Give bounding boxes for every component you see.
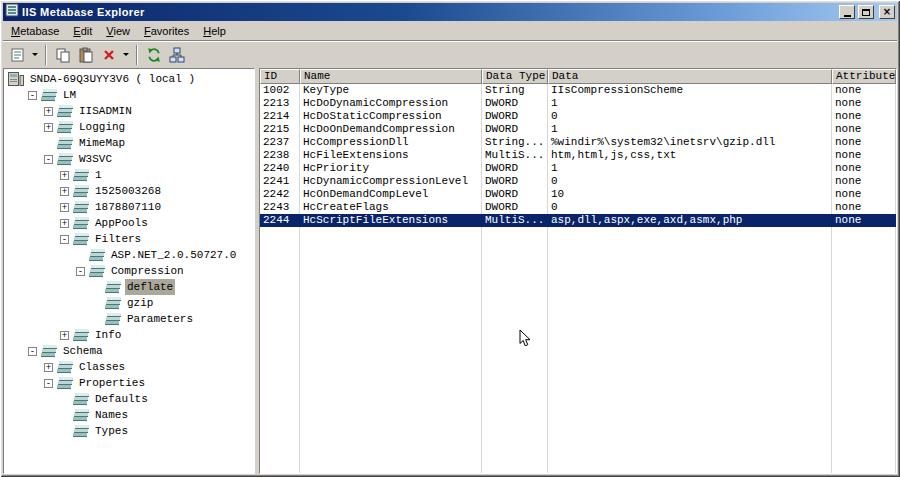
table-row-2215[interactable]: 2215 HcDoOnDemandCompression DWORD 1 non… [260,123,896,136]
table-cell: String... [482,136,548,149]
minus-icon[interactable]: - [76,267,85,276]
plus-icon[interactable]: + [44,107,53,116]
menu-help[interactable]: Help [196,23,233,39]
tree-item-types[interactable]: Types [4,423,254,439]
table-row-2240[interactable]: 2240 HcPriority DWORD 1 none [260,162,896,175]
close-button[interactable]: × [879,5,895,19]
tree-item-deflate[interactable]: deflate [4,279,254,295]
menu-view[interactable]: View [99,23,137,39]
tree-item-names[interactable]: Names [4,407,254,423]
node-icon [57,104,73,118]
tree-item-root[interactable]: SNDA-69Q3UYY3V6 ( local ) [4,71,254,87]
menu-metabase[interactable]: Metabase [4,23,66,39]
copy-button[interactable] [51,43,74,66]
tree-item-apppools[interactable]: + AppPools [4,215,254,231]
table-cell: DWORD [482,110,548,123]
table-cell: 2244 [260,214,300,227]
app-window: IIS Metabase Explorer × Metabase Edit Vi… [0,0,900,477]
paste-icon [78,47,94,63]
table-row-2214[interactable]: 2214 HcDoStaticCompression DWORD 0 none [260,110,896,123]
tree-item-site-1[interactable]: + 1 [4,167,254,183]
plus-icon[interactable]: + [60,219,69,228]
column-header-name[interactable]: Name [300,69,482,84]
tree-item-site-1878807110[interactable]: + 1878807110 [4,199,254,215]
minus-icon[interactable]: - [60,235,69,244]
tree-item-mimemap[interactable]: MimeMap [4,135,254,151]
tree-item-label: Logging [77,119,127,135]
node-icon [57,360,73,374]
menu-edit[interactable]: Edit [66,23,99,39]
tree-item-classes[interactable]: + Classes [4,359,254,375]
plus-icon[interactable]: + [60,331,69,340]
table-row-2237[interactable]: 2237 HcCompressionDll String... %windir%… [260,136,896,149]
plus-icon[interactable]: + [60,171,69,180]
table-cell: htm,html,js,css,txt [548,149,832,162]
tree-item-gzip[interactable]: gzip [4,295,254,311]
tree-item-label: ASP.NET_2.0.50727.0 [109,247,238,263]
table-row-2238[interactable]: 2238 HcFileExtensions MultiS... htm,html… [260,149,896,162]
plus-icon[interactable]: + [60,187,69,196]
connect-button[interactable] [165,43,188,66]
node-icon [73,168,89,182]
table-cell: 1 [548,162,832,175]
plus-icon[interactable]: + [44,363,53,372]
tree-item-label: Names [93,407,130,423]
column-header-data[interactable]: Data [548,69,832,84]
table-row-2242[interactable]: 2242 HcOnDemandCompLevel DWORD 10 none [260,188,896,201]
minus-icon[interactable]: - [44,379,53,388]
column-header-data-type[interactable]: Data Type [482,69,548,84]
column-header-attributes[interactable]: Attributes [832,69,896,84]
menu-favorites[interactable]: Favorites [137,23,196,39]
table-cell: DWORD [482,201,548,214]
new-record-button[interactable] [6,43,29,66]
table-cell: none [832,110,896,123]
tree-item-compression[interactable]: - Compression [4,263,254,279]
new-record-icon [10,47,26,63]
tree-item-w3svc[interactable]: - W3SVC [4,151,254,167]
delete-dropdown-button[interactable] [120,43,132,66]
tree-item-logging[interactable]: + Logging [4,119,254,135]
maximize-button[interactable] [858,5,874,19]
tree-item-aspnet[interactable]: ASP.NET_2.0.50727.0 [4,247,254,263]
table-cell: none [832,201,896,214]
table-cell: 2243 [260,201,300,214]
titlebar[interactable]: IIS Metabase Explorer × [3,3,897,21]
tree-item-properties[interactable]: - Properties [4,375,254,391]
node-icon [73,184,89,198]
node-icon [73,424,89,438]
table-cell: DWORD [482,123,548,136]
table-row-2244[interactable]: 2244 HcScriptFileExtensions MultiS... as… [260,214,896,227]
column-header-id[interactable]: ID [260,69,300,84]
node-icon [73,328,89,342]
table-row-2213[interactable]: 2213 HcDoDynamicCompression DWORD 1 none [260,97,896,110]
tree-item-info[interactable]: + Info [4,327,254,343]
table-row-2243[interactable]: 2243 HcCreateFlags DWORD 0 none [260,201,896,214]
toolbar-separator [45,45,47,65]
tree-item-filters[interactable]: - Filters [4,231,254,247]
tree-item-parameters[interactable]: Parameters [4,311,254,327]
tree-item-lm[interactable]: - LM [4,87,254,103]
tree-item-iisadmin[interactable]: + IISADMIN [4,103,254,119]
plus-icon[interactable]: + [44,123,53,132]
table-row-2241[interactable]: 2241 HcDynamicCompressionLevel DWORD 0 n… [260,175,896,188]
refresh-button[interactable] [142,43,165,66]
tree-item-schema[interactable]: - Schema [4,343,254,359]
node-icon [41,88,57,102]
tree-item-site-1525003268[interactable]: + 1525003268 [4,183,254,199]
minimize-button[interactable] [839,5,855,19]
table-cell: 1002 [260,84,300,97]
paste-button[interactable] [74,43,97,66]
minus-icon[interactable]: - [28,347,37,356]
list-header: ID Name Data Type Data Attributes [260,69,896,84]
tree-item-defaults[interactable]: Defaults [4,391,254,407]
minus-icon[interactable]: - [44,155,53,164]
minus-icon[interactable]: - [28,91,37,100]
plus-icon[interactable]: + [60,203,69,212]
app-icon [5,3,19,21]
new-record-dropdown-button[interactable] [29,43,41,66]
delete-button[interactable] [97,43,120,66]
table-cell: 2214 [260,110,300,123]
maximize-icon [862,9,870,16]
connect-icon [169,47,185,63]
table-row-1002[interactable]: 1002 KeyType String IIsCompressionScheme… [260,84,896,97]
